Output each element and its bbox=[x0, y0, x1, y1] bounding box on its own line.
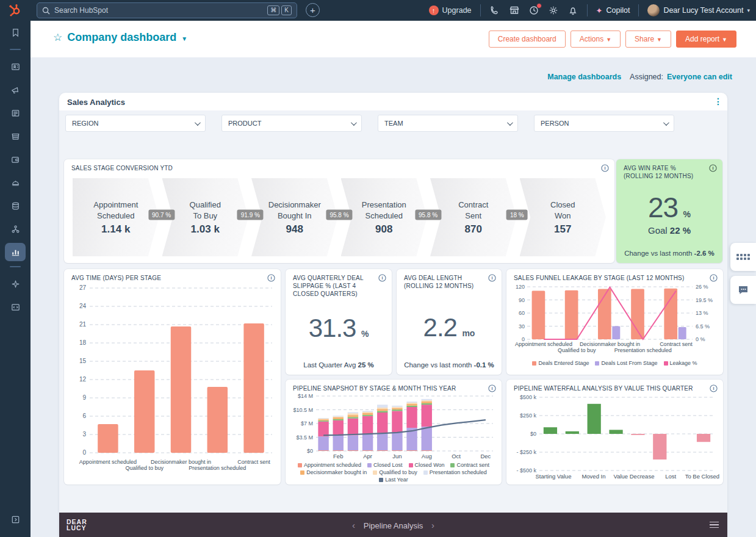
svg-text:Contract sent: Contract sent bbox=[660, 341, 693, 347]
svg-text:60: 60 bbox=[519, 310, 525, 316]
conversion-badge: 90.7 % bbox=[148, 210, 175, 220]
sidebar-item-service[interactable] bbox=[0, 171, 31, 194]
info-icon[interactable]: i bbox=[710, 274, 718, 282]
svg-text:0 %: 0 % bbox=[696, 336, 705, 342]
info-icon[interactable]: i bbox=[488, 384, 496, 392]
funnel-stage: PresentationScheduled908 bbox=[341, 178, 428, 256]
svg-text:$0: $0 bbox=[530, 431, 536, 437]
chevron-down-icon bbox=[663, 120, 669, 126]
svg-text:24: 24 bbox=[79, 303, 87, 309]
kpi-unit: mo bbox=[462, 328, 475, 338]
notifications-bell-icon[interactable] bbox=[567, 5, 578, 16]
hubspot-logo-icon[interactable] bbox=[9, 4, 22, 17]
svg-text:Moved In: Moved In bbox=[581, 473, 605, 480]
kpi-unit: % bbox=[683, 209, 691, 219]
sidebar-item-automations[interactable] bbox=[0, 217, 31, 240]
left-sidebar bbox=[0, 21, 31, 537]
sidebar-item-crm[interactable] bbox=[0, 55, 31, 78]
upgrade-arrow-icon: ↑ bbox=[429, 5, 439, 15]
legend-item: Decisionmaker bought in bbox=[300, 469, 367, 476]
svg-text:30: 30 bbox=[519, 323, 525, 330]
filter-person[interactable]: PERSON bbox=[534, 115, 674, 132]
sidebar-item-commerce[interactable] bbox=[0, 124, 31, 148]
leakage-tile: SALES FUNNEL LEAKAGE BY STAGE (LAST 12 M… bbox=[506, 269, 723, 375]
svg-text:- $500 k: - $500 k bbox=[516, 467, 536, 474]
search-icon bbox=[42, 7, 50, 15]
help-icon[interactable] bbox=[528, 5, 539, 16]
legend-item: Last Year bbox=[379, 477, 408, 483]
svg-text:12: 12 bbox=[79, 376, 87, 383]
info-icon[interactable]: i bbox=[267, 274, 275, 282]
workflow-icon bbox=[10, 224, 21, 234]
funnel-stage: ClosedWon157 bbox=[520, 178, 607, 256]
sidebar-item-developer[interactable] bbox=[0, 295, 31, 319]
sparkle-icon bbox=[10, 279, 21, 289]
feedback-chat-button[interactable] bbox=[730, 276, 756, 304]
svg-text:i: i bbox=[491, 275, 492, 281]
svg-text:i: i bbox=[712, 165, 713, 171]
actions-button[interactable]: Actions▼ bbox=[571, 31, 621, 48]
funnel-stages: AppointmentScheduled1.14 k QualifiedTo B… bbox=[73, 178, 606, 256]
search-input[interactable] bbox=[54, 6, 265, 15]
tile-title: PIPELINE WATERFALL ANALYSIS BY VALUE THI… bbox=[514, 384, 693, 392]
chevron-right-icon[interactable]: › bbox=[431, 520, 434, 530]
dashboard-header: ☆ Company dashboard ▼ Create dashboard A… bbox=[31, 21, 756, 57]
dashboard-title-menu[interactable]: ☆ Company dashboard ▼ bbox=[53, 31, 187, 44]
chevron-down-icon: ▼ bbox=[657, 37, 662, 43]
drag-handle-button[interactable] bbox=[730, 243, 756, 271]
create-dashboard-button[interactable]: Create dashboard bbox=[489, 31, 566, 48]
legend-item: Closed Won bbox=[409, 462, 445, 469]
share-button[interactable]: Share▼ bbox=[625, 31, 671, 48]
assigned-value-link[interactable]: Everyone can edit bbox=[667, 73, 732, 81]
info-icon[interactable]: i bbox=[601, 164, 609, 172]
copilot-button[interactable]: ✦ Copilot bbox=[596, 6, 630, 15]
waterfall-chart: $500 k$250 k$0- $250 k- $500 kStarting V… bbox=[510, 392, 719, 480]
top-navigation-bar: ⌘ K + ↑ Upgrade bbox=[0, 0, 756, 21]
chevron-down-icon bbox=[351, 120, 357, 126]
info-icon[interactable]: i bbox=[710, 384, 718, 392]
card-options-menu[interactable]: ⋮ bbox=[714, 96, 722, 106]
info-icon[interactable]: i bbox=[488, 274, 496, 282]
footer-nav-label[interactable]: Pipeline Analysis bbox=[364, 521, 423, 530]
settings-gear-icon[interactable] bbox=[548, 5, 559, 16]
footer-menu-icon[interactable] bbox=[710, 522, 719, 528]
kpi-unit: % bbox=[361, 329, 369, 339]
funnel-stage: DecisionmakerBought In948 bbox=[251, 178, 338, 256]
account-menu[interactable]: Dear Lucy Test Account ▾ bbox=[647, 4, 750, 16]
marketplace-icon[interactable] bbox=[509, 5, 520, 16]
panel-expand-icon bbox=[10, 514, 21, 525]
quick-create-button[interactable]: + bbox=[306, 3, 320, 17]
svg-text:18: 18 bbox=[79, 339, 87, 346]
info-icon[interactable]: i bbox=[709, 164, 717, 172]
sidebar-item-breeze[interactable] bbox=[0, 272, 31, 295]
filter-team[interactable]: TEAM bbox=[378, 115, 518, 132]
sidebar-item-payments[interactable] bbox=[0, 148, 31, 171]
sidebar-item-marketing[interactable] bbox=[0, 78, 31, 101]
svg-text:Contract sent: Contract sent bbox=[237, 459, 270, 465]
page-title: Company dashboard bbox=[67, 31, 176, 44]
filter-region[interactable]: REGION bbox=[65, 115, 206, 132]
favorite-star-icon[interactable]: ☆ bbox=[53, 31, 62, 44]
manage-dashboards-link[interactable]: Manage dashboards bbox=[547, 73, 621, 81]
tray-icon bbox=[10, 131, 21, 142]
deal-length-tile: AVG DEAL LENGTH (ROLLING 12 MONTHS) i 2.… bbox=[397, 269, 502, 375]
info-icon[interactable]: i bbox=[378, 274, 386, 282]
svg-text:Appointment scheduled: Appointment scheduled bbox=[515, 341, 572, 347]
sidebar-item-content[interactable] bbox=[0, 101, 31, 124]
chevron-left-icon[interactable]: ‹ bbox=[352, 520, 355, 530]
sidebar-item-reporting-active[interactable] bbox=[5, 243, 26, 261]
snapshot-tile: PIPELINE SNAPSHOT BY STAGE & MONTH THIS … bbox=[286, 380, 502, 485]
sidebar-collapse-button[interactable] bbox=[0, 508, 31, 531]
global-search[interactable]: ⌘ K bbox=[37, 2, 297, 18]
assigned-label: Assigned: bbox=[630, 73, 663, 81]
sidebar-item-bookmarks[interactable] bbox=[0, 21, 31, 44]
svg-text:19.5 %: 19.5 % bbox=[696, 297, 713, 303]
add-report-button[interactable]: Add report▼ bbox=[676, 31, 736, 48]
calling-icon[interactable] bbox=[489, 5, 500, 16]
legend-item: Presentation scheduled bbox=[423, 469, 487, 476]
kpi-change: Change vs last month -0.1 % bbox=[397, 361, 502, 369]
upgrade-button[interactable]: ↑ Upgrade bbox=[429, 5, 472, 15]
funnel-stage: AppointmentScheduled1.14 k bbox=[73, 178, 159, 256]
filter-product[interactable]: PRODUCT bbox=[221, 115, 362, 132]
sidebar-item-data[interactable] bbox=[0, 194, 31, 217]
